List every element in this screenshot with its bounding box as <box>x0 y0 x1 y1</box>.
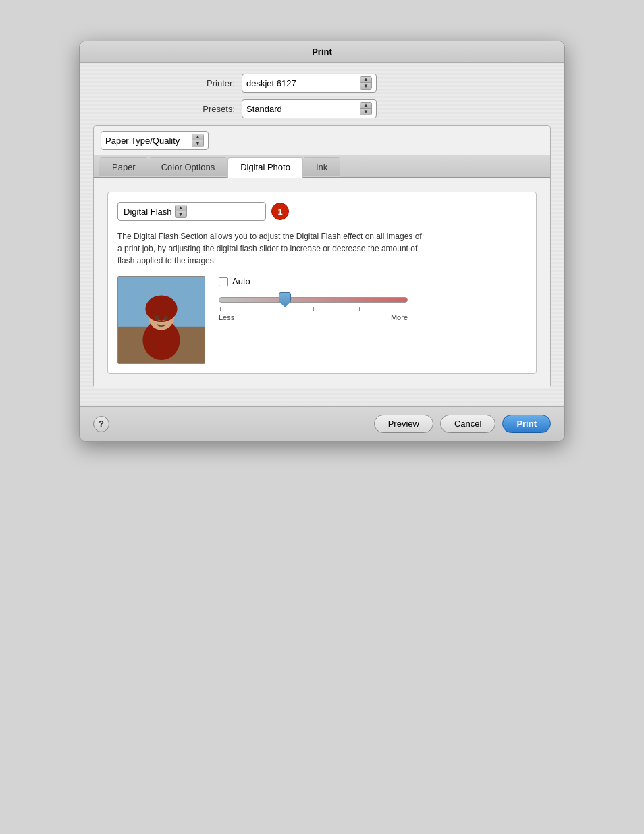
tab-paper[interactable]: Paper <box>99 157 149 177</box>
paper-type-stepper-down[interactable]: ▼ <box>192 140 203 147</box>
slider-labels: Less More <box>219 313 408 321</box>
dialog-title: Print <box>312 47 332 57</box>
panel-content: Digital Flash ▲ ▼ 1 The Digital Flash Se… <box>107 192 537 374</box>
printer-value: deskjet 6127 <box>246 78 357 88</box>
auto-checkbox[interactable] <box>219 277 228 286</box>
cancel-button[interactable]: Cancel <box>440 415 495 433</box>
help-button[interactable]: ? <box>93 416 109 432</box>
paper-type-stepper[interactable]: ▲ ▼ <box>192 134 204 147</box>
tick-1 <box>267 307 267 311</box>
presets-label: Presets: <box>93 104 242 114</box>
printer-label: Printer: <box>93 78 242 88</box>
paper-type-select[interactable]: Paper Type/Quality ▲ ▼ <box>101 131 209 150</box>
description-text: The Digital Flash Section allows you to … <box>117 230 428 267</box>
slider-more-label: More <box>391 313 408 321</box>
tab-color-options[interactable]: Color Options <box>149 157 227 177</box>
tab-digital-photo[interactable]: Digital Photo <box>227 157 303 178</box>
sub-section-select[interactable]: Digital Flash ▲ ▼ <box>117 202 266 221</box>
dialog-title-bar: Print <box>80 41 564 63</box>
sub-section-row: Digital Flash ▲ ▼ 1 <box>117 202 527 221</box>
printer-select[interactable]: deskjet 6127 ▲ ▼ <box>242 74 377 93</box>
photo-controls-row: Auto <box>117 276 527 364</box>
dialog-footer: ? Preview Cancel Print <box>80 406 564 441</box>
svg-point-5 <box>155 316 159 321</box>
presets-row: Presets: Standard ▲ ▼ <box>93 99 551 118</box>
slider-less-label: Less <box>219 313 234 321</box>
panel-section: Paper Type/Quality ▲ ▼ Paper Color Optio… <box>93 125 551 388</box>
panel-tabs: Paper Color Options Digital Photo Ink <box>94 155 550 178</box>
sub-section-stepper-down[interactable]: ▼ <box>176 211 186 217</box>
tab-ink[interactable]: Ink <box>303 157 340 177</box>
presets-stepper[interactable]: ▲ ▼ <box>360 102 372 115</box>
auto-label: Auto <box>232 276 250 286</box>
printer-row: Printer: deskjet 6127 ▲ ▼ <box>93 74 551 93</box>
paper-type-stepper-up[interactable]: ▲ <box>192 134 203 140</box>
print-dialog: Print Printer: deskjet 6127 ▲ ▼ Presets:… <box>79 41 565 442</box>
presets-select[interactable]: Standard ▲ ▼ <box>242 99 377 118</box>
print-button[interactable]: Print <box>502 415 551 433</box>
presets-value: Standard <box>246 104 357 114</box>
tick-2 <box>313 307 314 311</box>
flash-slider-container: Less More <box>219 297 527 321</box>
dialog-body: Printer: deskjet 6127 ▲ ▼ Presets: Stand… <box>80 63 564 406</box>
flash-slider-thumb[interactable] <box>279 292 291 307</box>
svg-point-6 <box>164 316 168 321</box>
printer-stepper-up[interactable]: ▲ <box>360 77 371 83</box>
tick-3 <box>359 307 360 311</box>
sub-section-stepper-up[interactable]: ▲ <box>176 205 186 211</box>
slider-ticks <box>219 307 408 311</box>
svg-point-4 <box>145 296 177 322</box>
tick-4 <box>406 307 406 311</box>
preview-button[interactable]: Preview <box>374 415 433 433</box>
photo-thumbnail <box>117 276 205 364</box>
printer-stepper[interactable]: ▲ ▼ <box>360 76 372 90</box>
paper-type-row: Paper Type/Quality ▲ ▼ <box>94 126 550 155</box>
printer-stepper-down[interactable]: ▼ <box>360 83 371 89</box>
tick-0 <box>220 307 221 311</box>
auto-checkbox-row: Auto <box>219 276 527 286</box>
flash-slider-track[interactable] <box>219 297 408 303</box>
panel-content-area: Digital Flash ▲ ▼ 1 The Digital Flash Se… <box>94 178 550 388</box>
presets-stepper-up[interactable]: ▲ <box>360 103 371 109</box>
sub-section-value: Digital Flash <box>124 207 172 217</box>
slider-controls: Auto <box>219 276 527 321</box>
paper-type-value: Paper Type/Quality <box>105 136 189 146</box>
footer-buttons: Preview Cancel Print <box>374 415 551 433</box>
sub-section-stepper[interactable]: ▲ ▼ <box>175 205 187 218</box>
info-badge: 1 <box>271 203 289 220</box>
presets-stepper-down[interactable]: ▼ <box>360 109 371 115</box>
